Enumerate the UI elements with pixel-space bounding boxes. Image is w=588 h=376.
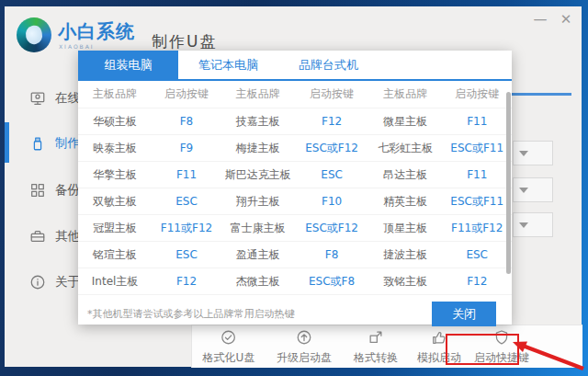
toolbar-button-label: 格式转换 [354, 351, 398, 364]
toolbar-button-label: 格式化U盘 [203, 351, 255, 364]
background-dropdown[interactable] [513, 141, 553, 165]
brand-name: 小白系统 [58, 19, 135, 44]
boot-key-cell: F12 [152, 275, 221, 288]
boot-key-cell: ESC或F8 [295, 274, 368, 290]
boot-key-cell: ESC [152, 248, 221, 261]
table-row: 映泰主板F9梅捷主板ESC或F12七彩虹主板ESC或F11 [78, 134, 512, 161]
brand-cell: 斯巴达克主板 [221, 167, 295, 183]
boot-key-cell: ESC或F11 [442, 141, 512, 156]
tab-0[interactable]: 组装电脑 [78, 51, 178, 79]
boot-key-cell: F12 [295, 115, 368, 128]
table-row: 铭瑄主板ESC盈通主板F8捷波主板ESC [78, 241, 512, 268]
brand-cell: 双敏主板 [78, 194, 152, 210]
column-header: 启动按键 [295, 86, 368, 102]
sidebar-item-label: 关于 [55, 274, 80, 291]
scrollbar-thumb[interactable] [506, 92, 511, 274]
sidebar-item-label: 备份 [55, 182, 80, 199]
column-header: 主板品牌 [368, 86, 442, 102]
table-row: 双敏主板ESC翔升主板F10精英主板ESC或F11 [78, 188, 512, 214]
sidebar-item-4[interactable]: 关于 [29, 268, 80, 296]
table-row: Intel主板F12杰微主板ESC或F8致铭主板F12 [78, 268, 512, 294]
chevron-down-icon [519, 151, 528, 156]
boot-key-cell: F11或F12 [152, 221, 221, 236]
minimize-button[interactable]: — [530, 11, 550, 28]
toolbar-button-label: 升级启动盘 [277, 351, 332, 364]
brand-cell: 盈通主板 [221, 247, 295, 263]
brand-cell: 技嘉主板 [221, 114, 295, 130]
brand-cell: Intel主板 [78, 274, 152, 290]
dialog-tabs: 组装电脑笔记本电脑品牌台式机 [78, 51, 512, 81]
brand-cell: 铭瑄主板 [78, 247, 152, 263]
toolbar-button-1[interactable]: 升级启动盘 [277, 329, 332, 366]
boot-key-cell: ESC或F12 [295, 221, 368, 236]
brand-cell: 映泰主板 [78, 141, 152, 156]
boot-key-cell: ESC [442, 248, 512, 261]
boot-key-cell: ESC或F11 [442, 194, 512, 210]
dialog-close-button[interactable]: 关闭 [432, 302, 496, 326]
sidebar-item-label: 其他 [55, 228, 80, 245]
brand-cell: 翔升主板 [221, 194, 295, 210]
boot-key-cell: ESC [295, 168, 368, 181]
usb-icon [29, 135, 46, 152]
footer-note: *其他机型请尝试或参考以上品牌常用启动热键 [87, 307, 295, 321]
table-row: 华擎主板F11斯巴达克主板ESC昂达主板F11 [78, 161, 512, 188]
close-window-button[interactable]: ✕ [556, 11, 576, 28]
sidebar-item-2[interactable]: 备份 [29, 177, 80, 204]
page-title: 制作U盘 [152, 31, 217, 52]
sidebar-item-3[interactable]: 其他 [29, 222, 80, 250]
chevron-down-icon [519, 222, 528, 228]
boot-hotkey-dialog: 组装电脑笔记本电脑品牌台式机 主板品牌启动按键主板品牌启动按键主板品牌启动按键 … [78, 51, 512, 325]
column-header: 主板品牌 [221, 86, 295, 102]
sidebar-item-0[interactable]: 在线 [29, 85, 80, 112]
dialog-footer: *其他机型请尝试或参考以上品牌常用启动热键 关闭 [78, 294, 512, 332]
sidebar-item-1[interactable]: 制作 [29, 130, 80, 157]
brand-cell: 昂达主板 [368, 167, 442, 183]
chevron-down-icon [519, 188, 528, 193]
brand-cell: 顶星主板 [368, 221, 442, 236]
table-row: 冠盟主板F11或F12富士康主板ESC或F12顶星主板F11或F12 [78, 214, 512, 241]
boot-key-cell: F11 [152, 168, 221, 181]
brand-cell: 致铭主板 [368, 274, 442, 290]
table-row: 华硕主板F8技嘉主板F12微星主板F11 [78, 108, 512, 134]
brand-cell: 华擎主板 [78, 167, 152, 183]
annotation-arrow-icon [510, 336, 588, 374]
brand-cell: 七彩虹主板 [368, 141, 442, 156]
brand-subtitle: XIAOBAI [59, 43, 95, 50]
boot-key-cell: F9 [152, 142, 221, 154]
boot-key-cell: F11 [442, 115, 512, 128]
boot-key-cell: ESC或F12 [295, 141, 368, 156]
boot-key-cell: F8 [152, 115, 221, 128]
grid-icon [29, 182, 46, 199]
sidebar-active-indicator [5, 122, 9, 163]
annotation-highlight-box [446, 334, 519, 365]
column-header: 主板品牌 [78, 86, 152, 102]
brand-cell: 微星主板 [368, 114, 442, 130]
monitor-icon [29, 90, 46, 107]
column-header: 启动按键 [152, 86, 221, 102]
table-header-row: 主板品牌启动按键主板品牌启动按键主板品牌启动按键 [78, 81, 512, 108]
app-window: 小白系统 XIAOBAI 制作U盘 — ✕ 在线制作备份其他关于 格式化U盘升级… [5, 6, 582, 367]
toolbox-icon [29, 228, 46, 245]
brand-cell: 冠盟主板 [78, 221, 152, 236]
brand-cell: 梅捷主板 [221, 141, 295, 156]
boot-key-cell: F8 [295, 248, 368, 261]
toolbar-button-0[interactable]: 格式化U盘 [203, 329, 255, 366]
brand-cell: 捷波主板 [368, 247, 442, 263]
tab-2[interactable]: 品牌台式机 [278, 51, 379, 79]
toolbar-button-2[interactable]: 格式转换 [354, 329, 398, 366]
boot-key-cell: F11 [442, 168, 512, 181]
app-logo-icon [17, 17, 51, 52]
background-tab-underline [510, 93, 571, 96]
desktop-background: 小白系统 XIAOBAI 制作U盘 — ✕ 在线制作备份其他关于 格式化U盘升级… [0, 0, 588, 376]
boot-key-table-body: 华硕主板F8技嘉主板F12微星主板F11映泰主板F9梅捷主板ESC或F12七彩虹… [78, 108, 512, 294]
brand-cell: 杰微主板 [221, 274, 295, 290]
boot-key-cell: F12 [442, 275, 512, 288]
background-dropdown[interactable] [513, 212, 553, 237]
brand-cell: 华硕主板 [78, 114, 152, 130]
boot-key-cell: ESC [152, 195, 221, 208]
brand-cell: 精英主板 [368, 194, 442, 210]
boot-key-cell: F11或F12 [442, 221, 512, 236]
column-header: 启动按键 [442, 86, 512, 102]
tab-1[interactable]: 笔记本电脑 [178, 51, 278, 79]
background-dropdown[interactable] [513, 177, 553, 202]
